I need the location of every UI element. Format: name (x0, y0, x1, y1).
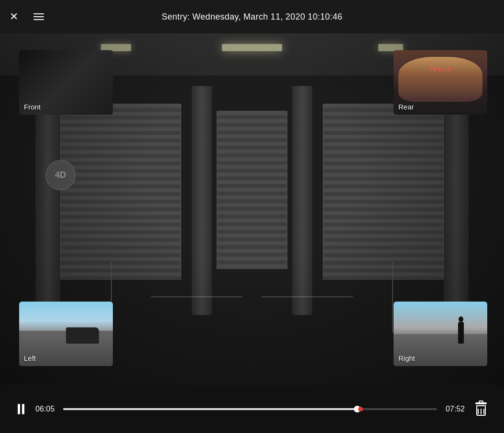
trash-line (483, 409, 484, 414)
trash-lid (475, 402, 487, 404)
pip-left-label: Left (24, 354, 36, 362)
progress-fill (63, 408, 355, 410)
pip-rear[interactable]: Rear (394, 50, 487, 115)
pip-front[interactable]: Front (19, 50, 113, 115)
pip-left[interactable]: Left (19, 302, 113, 366)
pip-right-label: Right (398, 354, 415, 362)
trash-lines (478, 409, 484, 414)
trash-line (481, 409, 482, 414)
pip-rear-label: Rear (398, 103, 414, 111)
pause-bar-left (18, 404, 20, 414)
trash-line (478, 409, 479, 414)
progress-dot-red[interactable] (358, 407, 363, 411)
pause-icon (14, 402, 28, 416)
main-video: 4D Front Rear Left Right (0, 33, 504, 385)
time-total: 07:52 (445, 405, 465, 413)
close-button[interactable]: ✕ (10, 11, 18, 22)
pause-bar-right (22, 404, 24, 414)
trash-icon (475, 402, 487, 416)
pip-front-label: Front (24, 103, 41, 111)
progress-bar[interactable] (63, 408, 437, 410)
header-title: Sentry: Wednesday, March 11, 2020 10:10:… (162, 12, 342, 22)
person-silhouette (458, 322, 464, 344)
time-current: 06:05 (35, 405, 55, 413)
delete-button[interactable] (472, 401, 490, 418)
pip-right[interactable]: Right (394, 302, 487, 366)
controls-bar: 06:05 07:52 (0, 385, 504, 433)
pause-button[interactable] (14, 402, 28, 416)
menu-button[interactable] (33, 13, 44, 20)
header: ✕ Sentry: Wednesday, March 11, 2020 10:1… (0, 0, 504, 33)
pip-left-car (66, 327, 99, 344)
